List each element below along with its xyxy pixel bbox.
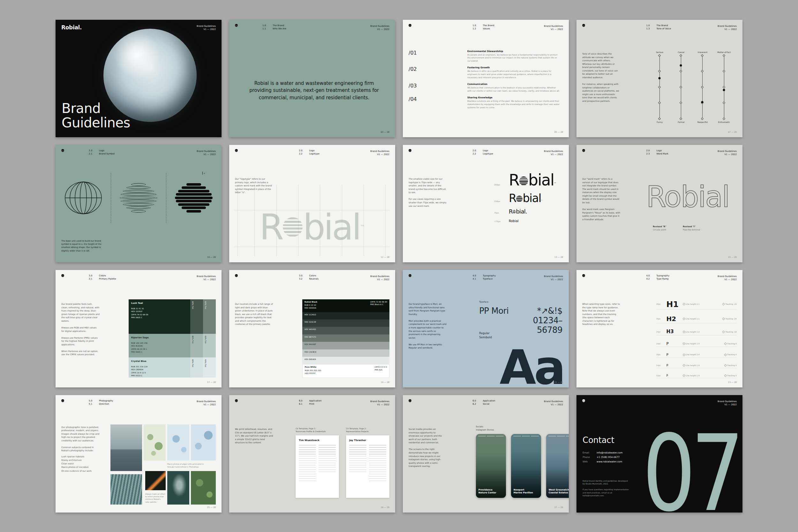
contact-email: info@robialwater.com (596, 451, 623, 454)
diamond-icon (724, 364, 727, 367)
doc-version: Brand Guidelines V1 — 2022 (370, 400, 390, 406)
type-specimen: Typeface: PP Mori *↗&!$ 01234– 56789 Reg… (479, 301, 563, 382)
section-number: 1.0 (646, 24, 653, 27)
value-index: /02 (408, 66, 467, 79)
diamond-icon (682, 353, 685, 356)
brand-symbol-icon (235, 274, 238, 277)
logotype-letters: bial (303, 210, 360, 245)
cell-micro-photo (167, 424, 189, 460)
brand-symbol-icon (408, 399, 412, 402)
subsection-name: Typeface (482, 278, 496, 280)
value-body: We believe that communication is the bed… (467, 87, 560, 93)
unit-label: x (204, 172, 205, 174)
subsection-name: Direction (99, 403, 113, 405)
doc-title: Brand Guidelines (718, 275, 737, 278)
contact-label: Email (583, 451, 593, 454)
doc-version-number: V1 — 2022 (718, 278, 737, 281)
doc-version-number: V1 — 2022 (718, 28, 737, 31)
value-body: Blackbox solutions are a thing of the pa… (467, 100, 560, 109)
cv-label: CV Template, Page 2: Representative Proj… (346, 427, 390, 433)
section-number: 1.0 (262, 24, 269, 27)
photography-intro-block: Our photographic tone is polished, profe… (61, 426, 100, 473)
subsection-number: 4.2 (646, 278, 653, 280)
hex-label: HEX 4A5450 (305, 328, 316, 331)
color-values-print: CMYK 72 60 66 84 PMS Black 6 C (370, 301, 387, 306)
doc-title: Brand Guidelines (718, 400, 737, 403)
diamond-icon (682, 374, 685, 377)
doc-version: Brand Guidelines V1 — 2022 (718, 24, 737, 31)
diamond-icon (722, 318, 725, 320)
channel-label: Socials: Instagram Stories (476, 425, 494, 432)
brand-symbol-icon (408, 149, 412, 152)
value-item: Environmental Stewardship As people and … (467, 50, 560, 63)
typeface-label: Typeface: (479, 301, 563, 303)
section-number: 2.0 (89, 150, 96, 152)
text-lines (319, 445, 336, 472)
tone-scales: Serious Funny Casual Formal Irreverent (650, 51, 734, 123)
value-body: We believe in ethic as a qualification a… (467, 70, 560, 79)
tint-label: 80% Tint (192, 336, 194, 343)
neutral-swatch: HEX 323C38 (302, 320, 390, 327)
doc-version-number: V1 — 2022 (197, 153, 216, 156)
cell-micro-photo (191, 424, 216, 460)
section-number: 5.0 (89, 400, 96, 402)
section-label: 1.0The Brand 1.1Who We Are (262, 24, 286, 30)
subsection-number: 2.3 (646, 153, 653, 155)
section-label: 6.0Application 6.2Social (472, 400, 495, 405)
color-values: RGB 201 216 218 HEX C9D8DA CMYK 20 8 12 … (131, 365, 188, 378)
cv-name: Tim Wuestneck (299, 439, 336, 442)
diamond-icon (682, 330, 685, 333)
neutral-swatch: HEX C4CBC8 (302, 349, 390, 357)
ring-sphere-diagram (119, 183, 158, 212)
contact-list: Email info@robialwater.com Phone +1 (508… (583, 451, 623, 463)
section-label: 4.0Typography 4.1Typeface (472, 275, 496, 280)
section-label: 2.0Logo 2.2Logotype (472, 150, 493, 155)
neutral-swatch: HEX 1C2622 (302, 312, 390, 320)
page-number: 15 — 28 (728, 256, 737, 259)
type-ramp: 48ptH1 Line height 1.1 Tracking -20 36pt… (656, 299, 737, 379)
value-item: Communication We believe that communicat… (467, 83, 560, 93)
instagram-story-mockup: Newport Marine Pavilion (511, 434, 541, 498)
hex-label: HEX 9AA39F (305, 343, 316, 346)
section-number: 4.0 (472, 275, 479, 277)
project-name: Newport Marine Pavilion (514, 489, 533, 495)
size-row: 200px Rbial™ (494, 172, 564, 188)
scale-bottom-label: Formal (678, 121, 684, 123)
trademark-symbol: ™ (541, 200, 543, 202)
section-number: 4.0 (646, 275, 653, 277)
ramp-row: 36ptH2 Line height 1.1 Tracking -20 (656, 315, 737, 323)
doc-version-number: V1 — 2022 (544, 153, 563, 156)
color-swatch: Riparian Sage RGB 140 165 156 HEX 8CA59C… (129, 334, 190, 357)
dimension-tick (202, 172, 203, 175)
value-item: Sharing Knowledge Blackbox solutions are… (467, 96, 560, 109)
subsection-number: 1.3 (646, 28, 653, 30)
doc-title: Brand Guidelines (197, 24, 216, 28)
doc-title: Brand Guidelines (197, 275, 216, 278)
weight-list: Regular Semibold (479, 331, 492, 340)
brand-symbol-icon (235, 149, 238, 152)
doc-version: Brand Guidelines V1 — 2022 (718, 400, 737, 406)
subject-item: Clean water (61, 462, 100, 466)
brand-symbol-icon (582, 149, 585, 152)
page-14-print: 6.0Application 6.1Print Brand Guidelines… (229, 395, 395, 513)
scale-top-label: Serious (656, 51, 663, 53)
contact-web: www.robialwater.com (596, 460, 623, 463)
doc-title: Brand Guidelines (718, 150, 737, 153)
scale-marker (680, 64, 682, 67)
section-label: 1.0The Brand 1.2Values (472, 24, 494, 30)
value-title: Communication (467, 83, 560, 86)
section-label: 2.0Logo 2.2Logotype (299, 150, 319, 155)
algae-macro-photo (144, 424, 166, 460)
wordmark-notes: Revised "R" Circular point Revised "l" P… (653, 225, 700, 231)
cv-name: Jay Thrasher (349, 439, 386, 442)
doc-version: Brand Guidelines V1 — 2022 (718, 275, 737, 281)
tone-scale: Casual Formal (671, 51, 691, 123)
brand-symbol-icon (513, 210, 516, 213)
section-label: 3.0Colors 3.1Primary Palette (89, 275, 116, 280)
section-big-number: 07 (642, 433, 739, 512)
page-number: 13 — 28 (554, 256, 563, 259)
section-name: Logo (656, 150, 668, 152)
diamond-icon (724, 374, 727, 377)
color-name: Lush Teal (131, 302, 188, 304)
brand-symbol-icon (582, 399, 585, 402)
